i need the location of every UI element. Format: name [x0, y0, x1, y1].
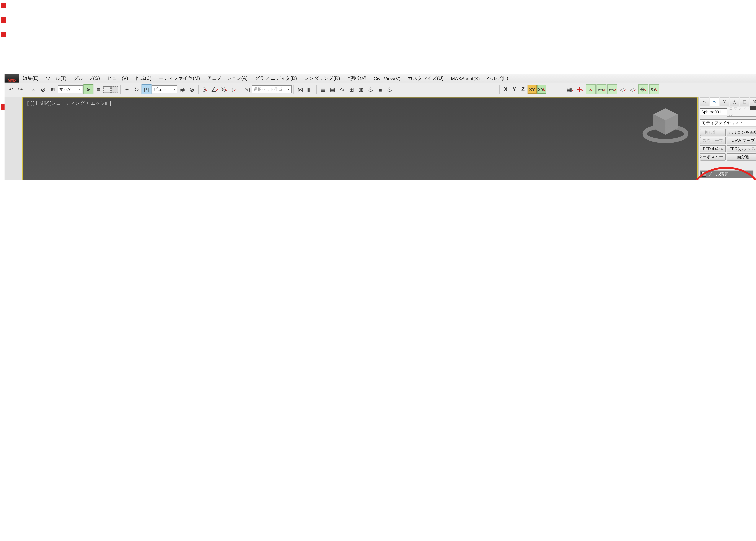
modifier-button-edit-poly[interactable]: ポリゴンを編集 [727, 129, 756, 136]
menu-animation[interactable]: アニメーション(A) [204, 75, 251, 82]
select-and-link-icon[interactable]: ∞ [29, 85, 38, 94]
modifier-button-ffd-box[interactable]: FFD(ボックス) [727, 145, 756, 152]
modifier-stack[interactable]: ブール演算 [700, 171, 753, 180]
ribbon-toggle-icon[interactable]: ▦ [328, 85, 337, 94]
face-snap-icon[interactable]: ◁∪ [618, 85, 627, 94]
toolbar-separator [294, 85, 294, 94]
menu-graph-editors[interactable]: グラフ エディタ(D) [251, 75, 301, 82]
tooltip-corner [750, 106, 756, 110]
tab-hierarchy-icon[interactable]: Y [720, 98, 729, 106]
menu-civil-view[interactable]: Civil View(V) [370, 76, 404, 81]
schematic-view-icon[interactable]: ⊞ [347, 85, 356, 94]
align-icon[interactable]: ▥ [305, 85, 314, 94]
axis-y-button[interactable]: Y [510, 85, 518, 93]
modifier-button-tessellate[interactable]: 面分割 [727, 153, 756, 161]
curve-editor-icon[interactable]: ∿ [338, 85, 347, 94]
modifier-button-ffd444[interactable]: FFD 4x4x4 [700, 145, 726, 152]
tab-display-icon[interactable]: ⊡ [740, 98, 749, 106]
command-panel-tabs: ↖ ∿ Y ◎ ⊡ ⚒ [700, 98, 756, 106]
pivot-snap-icon[interactable]: ✚∪ [576, 85, 585, 94]
xy-snap-icon[interactable]: XY∪ [649, 84, 659, 94]
menu-edit[interactable]: 編集(E) [19, 75, 42, 82]
select-and-manipulate-icon[interactable]: ⊚ [187, 85, 196, 94]
tab-motion-icon[interactable]: ◎ [730, 98, 739, 106]
ffd-box-label: FFD(ボックス) [730, 146, 756, 152]
left-dock-strip: ◂ [5, 97, 22, 180]
render-production-icon[interactable]: ♨ [385, 85, 394, 94]
red-mark [1, 32, 6, 37]
selection-filter-dropdown[interactable]: すべて▼ [58, 85, 83, 93]
use-pivot-center-icon[interactable]: ◉ [178, 85, 187, 94]
window-crossing-icon[interactable] [111, 86, 118, 93]
modifier-list-dropdown[interactable]: モディファイヤリスト▼ [700, 119, 756, 127]
tab-create-icon[interactable]: ↖ [700, 98, 709, 106]
command-panel: ↖ ∿ Y ◎ ⊡ ⚒ コマンド パネル モディファイヤリスト▼ 押し出し ポリ… [698, 97, 756, 180]
menu-modifiers[interactable]: モディファイヤ(M) [155, 75, 204, 82]
menu-tools[interactable]: ツール(T) [42, 75, 70, 82]
application-window: MXD 編集(E) ツール(T) グループ(G) ビュー(V) 作成(C) モデ… [0, 0, 756, 180]
axis-x-button[interactable]: X [502, 85, 510, 93]
magnet-icon: ∪ [581, 87, 584, 92]
select-by-name-icon[interactable]: ≡ [94, 85, 103, 94]
select-and-scale-icon[interactable]: ◳ [142, 84, 152, 94]
toolbar-separator [120, 85, 121, 94]
point-snap-icon[interactable]: ✳∪ [638, 84, 648, 94]
modifier-button-sweep[interactable]: スウィープ [700, 137, 726, 144]
edit-poly-label: ポリゴンを編集 [729, 130, 756, 136]
menu-views[interactable]: ビュー(V) [104, 75, 132, 82]
sweep-label: スウィープ [702, 138, 723, 144]
menu-group[interactable]: グループ(G) [70, 75, 104, 82]
named-sets-placeholder: 選択セット作成 [254, 87, 283, 92]
tab-utilities-icon[interactable]: ⚒ [750, 98, 756, 106]
menu-rendering[interactable]: レンダリング(R) [301, 75, 344, 82]
layer-manager-icon[interactable]: ≣ [319, 85, 328, 94]
menu-maxscript[interactable]: MAXScript(X) [447, 76, 483, 81]
face-center-snap-icon[interactable]: ◁∪ [628, 85, 637, 94]
redo-icon[interactable]: ↷ [16, 85, 25, 94]
chevron-down-icon: ▼ [286, 88, 290, 91]
menu-lighting-analysis[interactable]: 照明分析 [344, 75, 370, 82]
menu-help[interactable]: ヘルプ(H) [483, 75, 512, 82]
rectangular-selection-region-icon[interactable] [103, 86, 111, 93]
viewport[interactable]: [+][正投影][シェーディング + エッジ面] [22, 97, 698, 180]
reference-coordinate-dropdown[interactable]: ビュー▼ [152, 85, 177, 93]
edit-named-sets-icon[interactable]: {✎} [242, 85, 251, 94]
mirror-icon[interactable]: ⋈ [296, 85, 305, 94]
rendered-frame-window-icon[interactable]: ▣ [376, 85, 384, 94]
render-setup-icon[interactable]: ♨ [366, 85, 375, 94]
percent-snap-icon[interactable]: %∪ [220, 85, 229, 94]
axis-z-button[interactable]: Z [519, 85, 527, 93]
select-object-icon[interactable]: ➤ [83, 84, 93, 94]
named-selection-sets-dropdown[interactable]: 選択セット作成▼ [252, 85, 292, 93]
menu-customize[interactable]: カスタマイズ(U) [404, 75, 447, 82]
unlink-selection-icon[interactable]: ⊘ [39, 85, 48, 94]
stack-item-boolean[interactable]: ブール演算 [700, 171, 753, 178]
material-editor-icon[interactable]: ◍ [357, 85, 366, 94]
object-name-field[interactable] [700, 108, 727, 115]
select-and-rotate-icon[interactable]: ↻ [132, 85, 141, 94]
vertex-snap-icon[interactable]: ▫∪ [586, 84, 596, 94]
axis-xy-plane-button[interactable]: XY [527, 85, 537, 94]
spinner-snap-icon[interactable]: ↕∪ [229, 85, 238, 94]
edge-snap-icon[interactable]: ⊶∪ [596, 84, 606, 94]
axis-xy-snap-button[interactable]: XY∪ [537, 85, 546, 94]
tab-modify-icon[interactable]: ∿ [710, 98, 719, 106]
undo-icon[interactable]: ↶ [6, 85, 15, 94]
magnet-icon: ∪ [644, 87, 647, 92]
magnet-icon: ∪ [623, 87, 626, 92]
modifier-button-uvw-map[interactable]: UVW マップ [727, 137, 756, 144]
angle-snap-icon[interactable]: ∠∪ [210, 85, 219, 94]
midpoint-snap-icon[interactable]: ⊷∪ [607, 84, 617, 94]
toolbar-separator [27, 85, 27, 94]
select-and-move-icon[interactable]: + [123, 85, 132, 94]
grid-snap-icon[interactable]: ▦∪ [566, 85, 575, 94]
modifier-button-extrude[interactable]: 押し出し [700, 129, 726, 136]
bind-to-spacewarp-icon[interactable]: ≋ [48, 85, 57, 94]
menu-create[interactable]: 作成(C) [132, 75, 155, 82]
magnet-icon: ∪ [233, 87, 236, 92]
modifier-button-turbosmooth[interactable]: ターボスムーズ [700, 153, 726, 161]
app-logo-button[interactable]: MXD [5, 74, 19, 82]
extrude-label: 押し出し [705, 130, 721, 136]
snap-toggle-3d-icon[interactable]: 3∪ [201, 85, 210, 94]
toolbar-separator [316, 85, 317, 94]
